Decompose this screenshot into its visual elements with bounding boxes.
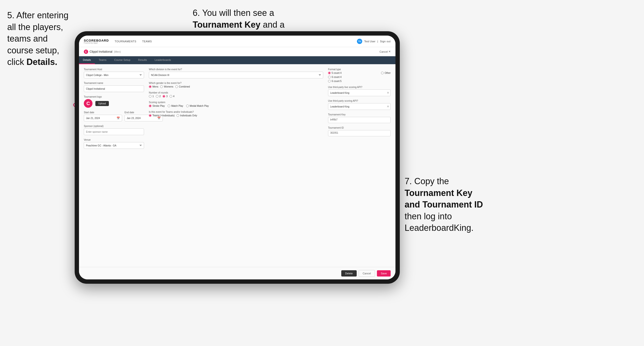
teams-individuals-only[interactable]: Individuals Only (176, 114, 197, 117)
rounds-1[interactable]: 1 (149, 95, 154, 98)
logo-preview: C (84, 99, 92, 108)
third-party2-input[interactable] (328, 103, 391, 110)
rounds-1-radio[interactable] (149, 95, 152, 98)
third-party2-label: Use third-party scoring API? (328, 100, 391, 102)
third-party1-label: Use third-party live scoring API? (328, 86, 391, 88)
scoring-label: Scoring system (149, 101, 323, 104)
format-options-row: 5 count 4 6 count 4 6 count 5 Oth (328, 72, 391, 82)
scoring-field: Scoring system Stroke Play Match Play Me… (149, 101, 323, 107)
gender-womens-radio[interactable] (160, 85, 163, 88)
tab-results[interactable]: Results (134, 56, 151, 64)
gender-combined[interactable]: Combined (175, 85, 190, 88)
teams-plus[interactable]: Teams (+Individuals) (149, 114, 174, 117)
logo-upload-area: C Upload (84, 99, 144, 108)
count4-label-5: 5 count 4 (332, 72, 342, 74)
rounds-label: Number of rounds (149, 91, 323, 94)
column-right: Format type 5 count 4 6 count 4 6 count … (328, 68, 391, 263)
gender-mens-radio[interactable] (149, 85, 152, 88)
tournament-key-value: b4f8b7 (328, 117, 391, 123)
column-middle: Which division is the event for? NCAA Di… (149, 68, 323, 263)
user-name: Test User (364, 40, 375, 43)
save-button[interactable]: Save (377, 270, 391, 277)
rounds-3[interactable]: 3 (162, 95, 168, 98)
format-col-right: Other (381, 72, 391, 82)
format-type-field: Format type 5 count 4 6 count 4 6 count … (328, 68, 391, 82)
rounds-3-radio[interactable] (162, 95, 165, 98)
logo-title: SCOREBOARD (84, 39, 109, 42)
delete-button[interactable]: Delete (341, 270, 357, 277)
tab-teams[interactable]: Teams (95, 56, 110, 64)
tab-bar: Details Teams Course Setup Results Leade… (79, 56, 396, 64)
rounds-4[interactable]: 4 (170, 95, 174, 98)
breadcrumb-subtitle: (Men) (114, 50, 121, 53)
format-6count4-radio[interactable] (328, 76, 331, 78)
third-party1-input[interactable] (328, 89, 391, 96)
scoring-medal-radio[interactable] (186, 105, 189, 107)
format-other[interactable]: Other (381, 72, 391, 74)
division-label: Which division is the event for? (149, 68, 323, 71)
scoring-stroke-radio[interactable] (149, 105, 152, 107)
rounds-2[interactable]: 2 (156, 95, 161, 98)
format-5count4-radio[interactable] (328, 72, 331, 74)
tab-course-setup[interactable]: Course Setup (110, 56, 134, 64)
combined-label: Combined (179, 85, 190, 88)
tab-details[interactable]: Details (79, 56, 95, 64)
tournament-name-input[interactable] (84, 85, 144, 92)
annotation-bottom-right: 7. Copy the Tournament Key and Tournamen… (404, 175, 520, 234)
breadcrumb-left: C Clippd Invitational (Men) (84, 49, 121, 54)
start-date-input[interactable] (86, 117, 116, 120)
venue-select[interactable]: Peachtree GC - Atlanta - GA (84, 142, 144, 149)
third-party2-field: Use third-party scoring API? ✕ (328, 100, 391, 110)
main-content: Tournament Host Clippd College - Men Tou… (79, 64, 396, 267)
logo-sub: Powered by clippd (84, 42, 109, 44)
tournament-key-field: Tournament Key b4f8b7 (328, 113, 391, 123)
division-field: Which division is the event for? NCAA Di… (149, 68, 323, 78)
format-5count4[interactable]: 5 count 4 (328, 72, 342, 74)
scoring-stroke[interactable]: Stroke Play (149, 105, 165, 107)
calendar-icon: 📅 (116, 117, 120, 120)
breadcrumb-cancel[interactable]: Cancel ✕ (380, 50, 391, 53)
scoring-match-radio[interactable] (168, 105, 170, 107)
tab-leaderboards[interactable]: Leaderboards (151, 56, 175, 64)
format-other-radio[interactable] (381, 72, 384, 74)
gender-combined-radio[interactable] (175, 85, 178, 88)
division-select[interactable]: NCAA Division III (149, 72, 323, 78)
format-6count4[interactable]: 6 count 4 (328, 76, 342, 78)
gender-mens[interactable]: Mens (149, 85, 158, 88)
third-party1-clear[interactable]: ✕ (387, 91, 389, 95)
tournament-logo-label: Tournament logo (84, 95, 144, 98)
tournament-name-label: Tournament name (84, 82, 144, 84)
venue-label: Venue (84, 139, 144, 141)
gender-field: Which gender is the event for? Mens Wome… (149, 82, 323, 88)
tournament-key-label: Tournament Key (328, 113, 391, 116)
nav-tournaments[interactable]: TOURNAMENTS (115, 40, 136, 43)
tournament-host-select[interactable]: Clippd College - Men (84, 72, 144, 78)
rounds-radio-group: 1 2 3 4 (149, 95, 323, 98)
nav-teams[interactable]: TEAMS (142, 40, 152, 43)
teams-plus-radio[interactable] (149, 114, 152, 117)
rounds-4-radio[interactable] (170, 95, 172, 98)
sign-out-link[interactable]: Sign out (380, 40, 391, 43)
format-6count5-radio[interactable] (328, 80, 331, 82)
third-party1-field: Use third-party live scoring API? ✕ (328, 86, 391, 96)
breadcrumb-title: Clippd Invitational (90, 50, 112, 53)
tournament-id-field: Tournament ID 302051 (328, 127, 391, 136)
third-party2-clear[interactable]: ✕ (387, 105, 389, 108)
teams-individuals-radio[interactable] (176, 114, 179, 117)
tablet-screen: SCOREBOARD Powered by clippd TOURNAMENTS… (79, 36, 396, 279)
scoring-medal-match[interactable]: Medal Match Play (186, 105, 209, 107)
format-type-label: Format type (328, 68, 391, 71)
gender-womens[interactable]: Womens (160, 85, 173, 88)
cancel-button[interactable]: Cancel (358, 270, 375, 277)
teams-radio-group: Teams (+Individuals) Individuals Only (149, 114, 323, 117)
match-play-label: Match Play (171, 105, 183, 107)
breadcrumb-icon: C (84, 49, 88, 54)
upload-button[interactable]: Upload (95, 101, 109, 106)
tournament-name-field: Tournament name (84, 82, 144, 92)
rounds-2-radio[interactable] (156, 95, 158, 98)
start-date-wrap: 📅 (84, 115, 122, 121)
sponsor-input[interactable] (84, 128, 144, 135)
format-6count5[interactable]: 6 count 5 (328, 80, 342, 82)
scoring-match[interactable]: Match Play (168, 105, 183, 107)
venue-field: Venue Peachtree GC - Atlanta - GA (84, 139, 144, 149)
